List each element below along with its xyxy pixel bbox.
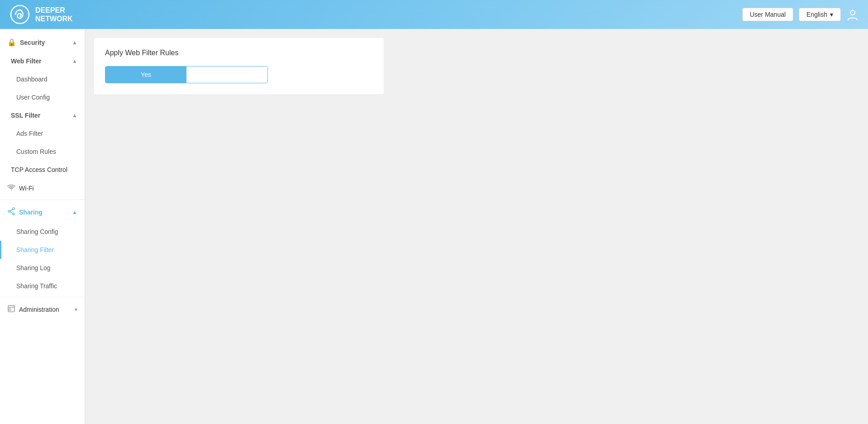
- body-layout: 🔒 Security ▲ Web Filter ▲ Dashboard User…: [0, 29, 868, 424]
- header: DEEPER NETWORK User Manual English ▾: [0, 0, 868, 29]
- sidebar-sharing-log-label: Sharing Log: [16, 264, 51, 272]
- administration-chevron-icon: ▾: [75, 306, 77, 313]
- administration-icon: [7, 305, 15, 314]
- svg-point-5: [13, 213, 14, 215]
- logo-area: DEEPER NETWORK: [9, 4, 73, 25]
- sidebar-item-user-config[interactable]: User Config: [0, 88, 85, 106]
- sidebar-user-config-label: User Config: [16, 94, 50, 101]
- user-manual-button[interactable]: User Manual: [742, 8, 793, 21]
- sidebar-item-custom-rules[interactable]: Custom Rules: [0, 143, 85, 161]
- sidebar-divider-2: [0, 297, 85, 297]
- ssl-filter-chevron-icon: ▲: [72, 112, 77, 119]
- sidebar-item-sharing-traffic[interactable]: Sharing Traffic: [0, 277, 85, 295]
- svg-point-3: [13, 208, 14, 210]
- sidebar-administration-label: Administration: [19, 306, 59, 313]
- sidebar-item-sharing[interactable]: Sharing ▲: [0, 202, 85, 223]
- svg-point-4: [8, 210, 10, 212]
- sidebar-divider-1: [0, 200, 85, 200]
- language-chevron-icon: ▾: [830, 11, 833, 18]
- svg-line-7: [10, 212, 13, 214]
- language-label: English: [806, 11, 827, 18]
- logo-text: DEEPER NETWORK: [35, 6, 73, 23]
- main-content: Apply Web Filter Rules Yes: [85, 29, 868, 424]
- svg-point-2: [11, 189, 12, 190]
- logo-deeper: DEEPER: [35, 6, 73, 14]
- card-title: Apply Web Filter Rules: [105, 49, 373, 57]
- sidebar-dashboard-label: Dashboard: [16, 76, 48, 83]
- sidebar-sharing-label: Sharing: [19, 209, 43, 216]
- logo-network: NETWORK: [35, 14, 73, 23]
- sidebar-ads-filter-label: Ads Filter: [16, 130, 43, 137]
- sidebar-custom-rules-label: Custom Rules: [16, 148, 56, 155]
- user-profile-button[interactable]: [846, 8, 859, 21]
- svg-point-1: [850, 10, 855, 15]
- svg-point-0: [11, 5, 29, 24]
- sidebar-tcp-label: TCP Access Control: [11, 166, 67, 173]
- sidebar-security-label: Security: [20, 39, 45, 46]
- toggle-group: Yes: [105, 66, 268, 83]
- security-chevron-icon: ▲: [72, 39, 77, 46]
- sidebar-item-ads-filter[interactable]: Ads Filter: [0, 124, 85, 143]
- sidebar-web-filter-label: Web Filter: [11, 57, 41, 65]
- sidebar-item-sharing-filter[interactable]: Sharing Filter: [0, 241, 85, 259]
- sidebar-item-sharing-log[interactable]: Sharing Log: [0, 259, 85, 277]
- sidebar-sharing-config-label: Sharing Config: [16, 228, 58, 235]
- sidebar-sharing-traffic-label: Sharing Traffic: [16, 282, 57, 290]
- header-right: User Manual English ▾: [742, 8, 859, 21]
- sidebar-item-security[interactable]: 🔒 Security ▲: [0, 33, 85, 52]
- sidebar-item-dashboard[interactable]: Dashboard: [0, 70, 85, 88]
- svg-rect-10: [9, 309, 11, 310]
- toggle-yes-button[interactable]: Yes: [105, 67, 186, 83]
- sidebar-sharing-filter-label: Sharing Filter: [16, 246, 54, 253]
- user-icon: [846, 8, 859, 21]
- web-filter-chevron-icon: ▲: [72, 58, 77, 64]
- sidebar-wifi-label: Wi-Fi: [19, 185, 34, 192]
- sidebar: 🔒 Security ▲ Web Filter ▲ Dashboard User…: [0, 29, 85, 424]
- sharing-icon: [7, 207, 15, 217]
- sidebar-item-tcp-access-control[interactable]: TCP Access Control: [0, 161, 85, 179]
- sidebar-ssl-filter-label: SSL Filter: [11, 112, 40, 119]
- sidebar-item-sharing-config[interactable]: Sharing Config: [0, 223, 85, 241]
- sidebar-item-wifi[interactable]: Wi-Fi: [0, 179, 85, 198]
- toggle-no-button[interactable]: [186, 67, 267, 83]
- sharing-chevron-icon: ▲: [72, 209, 77, 215]
- logo-icon: [9, 4, 31, 25]
- language-selector[interactable]: English ▾: [799, 8, 841, 21]
- svg-line-6: [10, 210, 13, 211]
- security-icon: 🔒: [7, 38, 16, 47]
- sidebar-item-administration[interactable]: Administration ▾: [0, 299, 85, 320]
- sidebar-item-web-filter[interactable]: Web Filter ▲: [0, 52, 85, 70]
- sidebar-item-ssl-filter[interactable]: SSL Filter ▲: [0, 106, 85, 124]
- wifi-icon: [7, 184, 15, 192]
- content-card: Apply Web Filter Rules Yes: [94, 38, 384, 94]
